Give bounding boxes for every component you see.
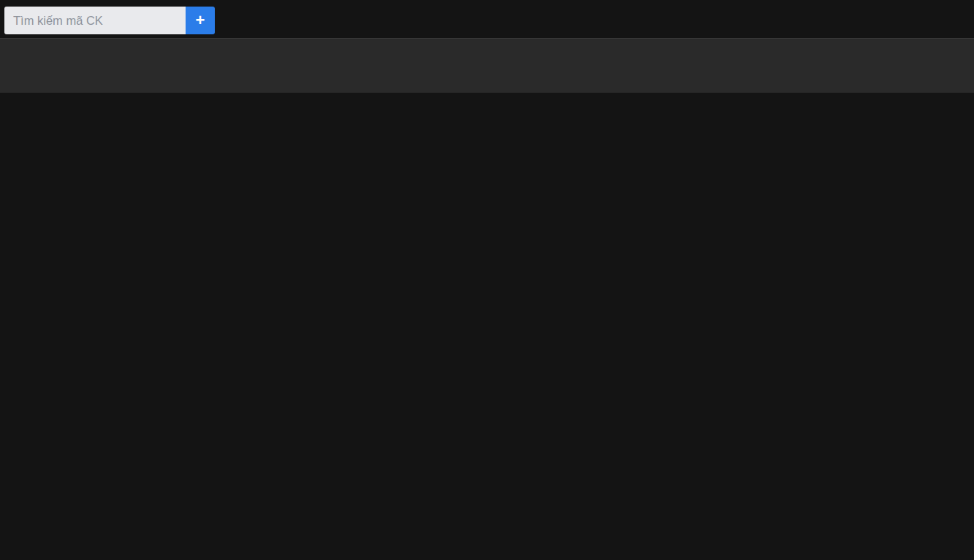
- add-symbol-button[interactable]: +: [186, 7, 215, 34]
- search-input[interactable]: [4, 7, 186, 34]
- index-charts-row: [0, 0, 974, 4]
- price-table-header: [0, 38, 974, 93]
- stock-search: +: [4, 7, 215, 34]
- top-menu-bar: +: [4, 5, 974, 36]
